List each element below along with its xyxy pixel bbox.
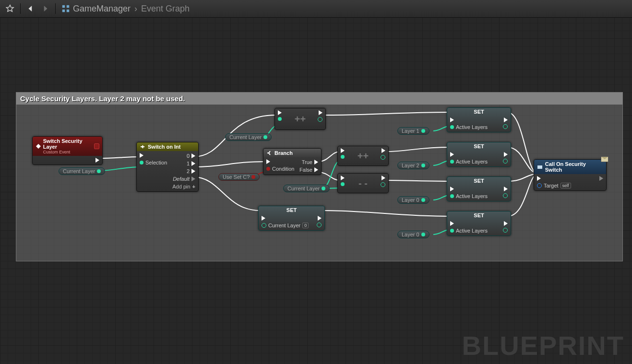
out-pin[interactable] (503, 228, 508, 233)
blueprint-class-icon[interactable] (60, 3, 71, 14)
chevron-right-icon: › (134, 4, 137, 14)
true-pin[interactable]: True (302, 159, 318, 165)
node-header[interactable]: Switch on Int (137, 142, 198, 151)
toolbar-separator (20, 3, 21, 14)
node-set-active-3[interactable]: SET Active Layers (447, 176, 511, 201)
node-header[interactable]: Branch (263, 149, 321, 157)
exec-in-pin[interactable] (341, 176, 345, 180)
svg-rect-2 (62, 10, 65, 12)
node-increment-2[interactable]: ++ (337, 146, 389, 166)
int-in-pin[interactable] (278, 117, 282, 121)
exec-in-pin[interactable] (450, 187, 488, 191)
exec-out-pin[interactable] (319, 110, 322, 115)
variable-chip-layer-1[interactable]: Layer 1 (397, 127, 429, 135)
int-out-pin[interactable] (381, 155, 385, 160)
svg-rect-3 (67, 10, 69, 12)
exec-in-pin[interactable] (450, 221, 488, 226)
exec-in-pin[interactable] (450, 117, 488, 122)
nav-forward-icon[interactable] (40, 3, 50, 14)
out-pin[interactable] (503, 159, 508, 164)
exec-out-pin[interactable] (382, 148, 385, 153)
toolbar: GameManager › Event Graph (0, 0, 632, 18)
variable-chip-layer-0a[interactable]: Layer 0 (397, 196, 429, 204)
case-1-pin[interactable]: 1 (187, 161, 195, 166)
node-title: SET (447, 211, 511, 219)
exec-out-pin[interactable] (504, 152, 508, 157)
variable-chip-current-layer-2[interactable]: Current Layer (225, 133, 272, 141)
node-set-active-4[interactable]: SET Active Layers (447, 211, 511, 236)
exec-out-pin[interactable] (95, 158, 99, 163)
delegate-pin-icon[interactable] (94, 143, 99, 149)
current-layer-pin[interactable]: Current Layer0 (262, 223, 309, 228)
exec-in-pin[interactable] (266, 159, 294, 164)
exec-in-pin[interactable] (341, 148, 345, 153)
exec-out-pin[interactable] (599, 176, 603, 181)
false-pin[interactable]: False (299, 167, 318, 173)
exec-out-pin[interactable] (504, 221, 508, 226)
nav-back-icon[interactable] (25, 3, 36, 14)
breadcrumb-parent[interactable]: GameManager (73, 4, 131, 14)
node-title: Call On Security Switch (545, 161, 603, 173)
comment-title[interactable]: Cycle Security Layers. Layer 2 may not b… (16, 93, 622, 105)
selection-pin[interactable]: Selection (140, 160, 167, 165)
variable-chip-layer-2[interactable]: Layer 2 (397, 162, 429, 169)
active-layers-pin[interactable]: Active Layers (450, 193, 488, 199)
default-pin[interactable]: Default (173, 176, 195, 182)
node-set-active-1[interactable]: SET Active Layers (447, 107, 511, 132)
variable-chip-current-layer[interactable]: Current Layer (59, 167, 105, 175)
int-out-pin[interactable] (381, 182, 385, 187)
condition-pin[interactable]: Condition (266, 166, 294, 172)
switch-icon (140, 144, 145, 150)
int-out-pin[interactable] (318, 117, 322, 122)
svg-rect-4 (537, 165, 542, 169)
variable-chip-use-set-c[interactable]: Use Set C? (218, 173, 260, 181)
node-increment-1[interactable]: ++ (274, 108, 326, 130)
target-pin[interactable]: Targetself (537, 183, 571, 188)
node-set-current-layer[interactable]: SET Current Layer0 (258, 206, 325, 231)
variable-chip-current-layer-3[interactable]: Current Layer (283, 185, 330, 192)
node-header[interactable]: Call On Security Switch (534, 160, 606, 174)
exec-in-pin[interactable] (262, 216, 309, 221)
node-switch-on-int[interactable]: Switch on Int Selection 0 1 2 Default +A… (136, 142, 199, 192)
exec-in-pin[interactable] (278, 110, 282, 115)
case-0-pin[interactable]: 0 (187, 153, 195, 159)
node-custom-event[interactable]: Switch Security Layer Custom Event (32, 136, 103, 165)
node-set-active-2[interactable]: SET Active Layers (447, 142, 511, 167)
int-in-pin[interactable] (341, 155, 345, 159)
case-2-pin[interactable]: 2 (187, 168, 195, 174)
chip-label: Current Layer (63, 168, 95, 174)
node-title: SET (447, 108, 511, 116)
node-decrement[interactable]: - - (337, 173, 389, 193)
exec-in-pin[interactable] (537, 176, 571, 181)
exec-in-pin[interactable] (450, 152, 488, 157)
exec-out-pin[interactable] (504, 187, 508, 191)
exec-out-pin[interactable] (318, 216, 322, 221)
function-icon (537, 164, 543, 170)
svg-rect-1 (67, 5, 69, 8)
active-layers-pin[interactable]: Active Layers (450, 159, 488, 164)
out-pin[interactable] (503, 124, 508, 129)
add-pin-button[interactable]: +Add pin (172, 184, 195, 189)
node-title: Switch on Int (148, 144, 180, 150)
out-pin[interactable] (503, 193, 508, 198)
favorite-star-icon[interactable] (5, 3, 15, 14)
node-branch[interactable]: Branch Condition True False (263, 148, 322, 175)
node-header[interactable]: Switch Security Layer Custom Event (33, 137, 102, 156)
node-call-on-security-switch[interactable]: Call On Security Switch Targetself (534, 159, 607, 191)
exec-out-pin[interactable] (504, 117, 508, 122)
int-in-pin[interactable] (341, 182, 345, 186)
exec-out-pin[interactable] (382, 176, 385, 180)
variable-chip-layer-0b[interactable]: Layer 0 (397, 231, 429, 238)
int-out-pin[interactable] (317, 223, 322, 227)
active-layers-pin[interactable]: Active Layers (450, 124, 488, 130)
exec-in-pin[interactable] (140, 153, 167, 158)
node-title: SET (447, 142, 511, 150)
chip-label: Layer 2 (402, 163, 419, 168)
chip-label: Layer 0 (402, 232, 419, 237)
event-icon (36, 143, 41, 149)
node-title: Switch Security Layer (43, 138, 92, 150)
node-subtitle: Custom Event (43, 150, 92, 154)
active-layers-pin[interactable]: Active Layers (450, 228, 488, 234)
node-title: SET (447, 177, 511, 185)
chip-label: Layer 1 (402, 128, 419, 134)
